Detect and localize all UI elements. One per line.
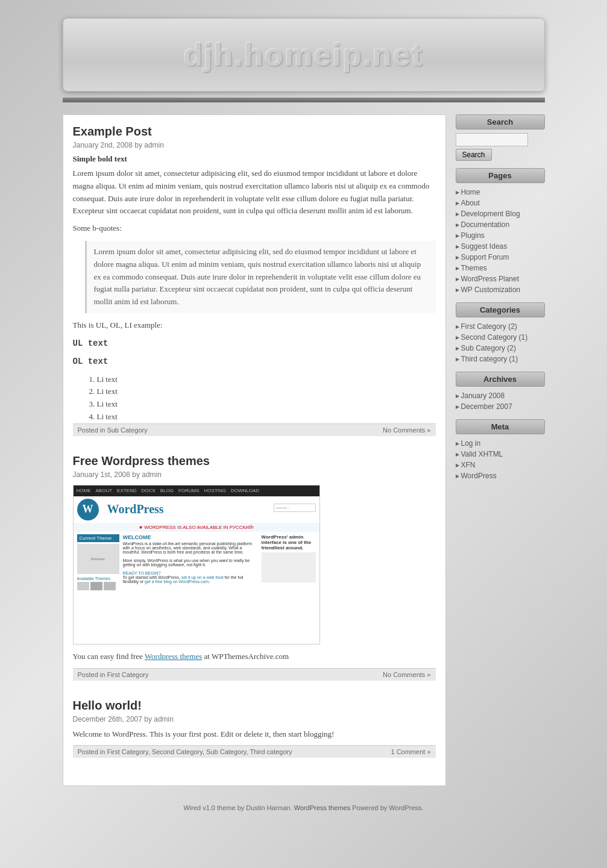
wp-welcome-heading: WELCOME bbox=[123, 534, 258, 540]
post-comments[interactable]: No Comments » bbox=[383, 426, 430, 434]
ul-label: UL text bbox=[73, 337, 436, 350]
post-comments-wp[interactable]: No Comments » bbox=[383, 671, 430, 678]
post-title-hello[interactable]: Hello world! bbox=[73, 699, 436, 713]
jan2008-link[interactable]: January 2008 bbox=[456, 392, 545, 400]
sidebar-pages-header: Pages bbox=[456, 168, 545, 183]
pages-themes-link[interactable]: Themes bbox=[456, 264, 545, 272]
post-content-example: Lorem ipsum dolor sit amet, consectetur … bbox=[73, 167, 436, 423]
wp-nav-forums: FORUMS bbox=[178, 488, 200, 493]
sidebar-item-xfn[interactable]: XFN bbox=[456, 460, 545, 470]
search-input[interactable] bbox=[456, 133, 528, 146]
main-content: Example Post January 2nd, 2008 by admin … bbox=[63, 114, 446, 786]
sidebar-item-xhtml[interactable]: Valid XHTML bbox=[456, 449, 545, 460]
list-item: Li text bbox=[97, 398, 436, 411]
ol-list: Li text Li text Li text Li text bbox=[97, 373, 436, 423]
pages-suggest-link[interactable]: Suggest Ideas bbox=[456, 242, 545, 251]
login-link[interactable]: Log in bbox=[456, 439, 545, 448]
wp-lang-notice: ★ WORDPRESS IS ALSO AVAILABLE IN РУССКИЙ… bbox=[74, 523, 319, 532]
post-wp-themes: Free Wordpress themes January 1st, 2008 … bbox=[73, 454, 436, 687]
sidebar-search-box: Search Search bbox=[456, 114, 545, 161]
third-category-link[interactable]: Third category (1) bbox=[456, 355, 545, 363]
sidebar-item-second-cat[interactable]: Second Category (1) bbox=[456, 332, 545, 343]
bquotes-label: Some b-quotes: bbox=[73, 222, 436, 235]
wordpress-link[interactable]: WordPress bbox=[456, 472, 545, 480]
post-bold-text: Simple bold text bbox=[73, 154, 436, 164]
post-footer-example: Posted in Sub Category No Comments » bbox=[73, 423, 436, 436]
sidebar-item-sub-cat[interactable]: Sub Category (2) bbox=[456, 343, 545, 354]
pages-about-link[interactable]: About bbox=[456, 199, 545, 207]
wp-ready-text: To get started with WordPress, set it up… bbox=[123, 575, 258, 584]
dec2007-link[interactable]: December 2007 bbox=[456, 402, 545, 411]
post-paragraph1: Lorem ipsum dolor sit amet, consectetur … bbox=[73, 167, 436, 217]
pages-home-link[interactable]: Home bbox=[456, 188, 545, 196]
pages-support-link[interactable]: Support Forum bbox=[456, 253, 545, 261]
footer-wired: Wired v1.0 bbox=[183, 804, 215, 811]
sidebar-item-first-cat[interactable]: First Category (2) bbox=[456, 321, 545, 332]
pages-plugins-link[interactable]: Plugins bbox=[456, 231, 545, 240]
wp-logo-circle: W bbox=[77, 499, 99, 520]
wp-admin-label: WordPress' admin interface is one of the… bbox=[262, 534, 316, 551]
pages-wpplanet-link[interactable]: WordPress Planet bbox=[456, 275, 545, 283]
wp-nav-hosting: HOSTING bbox=[204, 488, 226, 493]
sidebar-item-wpcust[interactable]: WP Customization bbox=[456, 284, 545, 295]
sidebar-item-about[interactable]: About bbox=[456, 198, 545, 208]
sidebar-item-themes[interactable]: Themes bbox=[456, 263, 545, 273]
site-title[interactable]: djh.homeip.net bbox=[75, 37, 532, 73]
wp-search-mini: search... bbox=[274, 504, 316, 512]
wp-text-after: at WPThemesArchive.com bbox=[204, 652, 289, 661]
wp-nav-extend: EXTEND bbox=[117, 488, 136, 493]
footer-powered: Powered by WordPress. bbox=[352, 804, 423, 811]
post-title-wp[interactable]: Free Wordpress themes bbox=[73, 454, 436, 468]
sidebar-archives-header: Archives bbox=[456, 372, 545, 387]
post-meta-wp: January 1st, 2008 by admin bbox=[73, 470, 436, 479]
wp-left-col: Current Theme Preview Available Themes bbox=[77, 534, 119, 590]
wp-admin-preview bbox=[262, 552, 316, 582]
sidebar-item-dec2007[interactable]: December 2007 bbox=[456, 401, 545, 412]
sidebar-meta-header: Meta bbox=[456, 419, 545, 434]
wp-nav-home: HOME bbox=[77, 488, 91, 493]
sidebar-item-wpplanet[interactable]: WordPress Planet bbox=[456, 273, 545, 284]
wordpress-themes-link[interactable]: Wordpress themes bbox=[145, 652, 202, 661]
list-item: Li text bbox=[97, 386, 436, 398]
sidebar-item-third-cat[interactable]: Third category (1) bbox=[456, 354, 545, 364]
pages-wpcust-link[interactable]: WP Customization bbox=[456, 286, 545, 294]
sidebar-item-devblog[interactable]: Development Blog bbox=[456, 208, 545, 219]
wp-right-col: WordPress' admin interface is one of the… bbox=[262, 534, 316, 590]
sidebar-item-support[interactable]: Support Forum bbox=[456, 252, 545, 263]
list-item: Li text bbox=[97, 411, 436, 423]
xfn-link[interactable]: XFN bbox=[456, 461, 545, 469]
post-category-hello: Posted in First Category, Second Categor… bbox=[78, 748, 292, 755]
wp-thumb3 bbox=[104, 582, 116, 590]
sidebar-item-plugins[interactable]: Plugins bbox=[456, 230, 545, 241]
xhtml-link[interactable]: Valid XHTML bbox=[456, 450, 545, 458]
pages-devblog-link[interactable]: Development Blog bbox=[456, 210, 545, 218]
sub-category-link[interactable]: Sub Category (2) bbox=[456, 344, 545, 352]
sidebar-item-login[interactable]: Log in bbox=[456, 438, 545, 449]
first-category-link[interactable]: First Category (2) bbox=[456, 322, 545, 331]
post-blockquote: Lorem ipsum dolor sit amet, consectetur … bbox=[85, 241, 436, 313]
post-title-example[interactable]: Example Post bbox=[73, 125, 436, 139]
nav-bar bbox=[63, 98, 545, 102]
sidebar-item-wordpress[interactable]: WordPress bbox=[456, 470, 545, 481]
wp-logo-text: WordPress bbox=[107, 502, 164, 516]
post-category: Posted in Sub Category bbox=[78, 426, 148, 434]
second-category-link[interactable]: Second Category (1) bbox=[456, 333, 545, 342]
post-comments-hello[interactable]: 1 Comment » bbox=[391, 748, 430, 755]
sidebar-item-docs[interactable]: Documentation bbox=[456, 219, 545, 230]
wp-welcome-text2: More simply, WordPress is what you use w… bbox=[123, 558, 258, 567]
post-example-post: Example Post January 2nd, 2008 by admin … bbox=[73, 125, 436, 442]
pages-docs-link[interactable]: Documentation bbox=[456, 220, 545, 229]
sidebar-item-home[interactable]: Home bbox=[456, 187, 545, 198]
wordpress-screenshot: HOME ABOUT EXTEND DOCS BLOG FORUMS HOSTI… bbox=[73, 485, 320, 645]
footer-wp-themes-link[interactable]: WordPress themes bbox=[294, 804, 350, 811]
sidebar-item-jan2008[interactable]: January 2008 bbox=[456, 390, 545, 401]
sidebar-meta-box: Meta Log in Valid XHTML XFN WordPress bbox=[456, 419, 545, 481]
wp-thumb1 bbox=[77, 582, 89, 590]
wp-thumb2 bbox=[90, 582, 102, 590]
archives-list: January 2008 December 2007 bbox=[456, 390, 545, 412]
footer-theme-by: theme by Dustin Harman. bbox=[217, 804, 292, 811]
sidebar-item-suggest[interactable]: Suggest Ideas bbox=[456, 241, 545, 252]
wp-nav-docs: DOCS bbox=[142, 488, 156, 493]
post-footer-wp: Posted in First Category No Comments » bbox=[73, 668, 436, 681]
search-button[interactable]: Search bbox=[456, 149, 492, 161]
